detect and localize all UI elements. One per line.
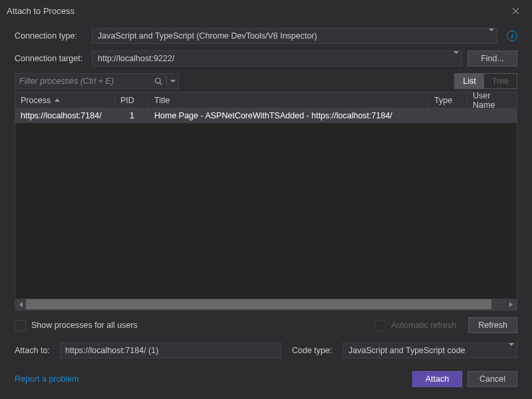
- connection-type-value: JavaScript and TypeScript (Chrome DevToo…: [98, 31, 317, 41]
- divider: [166, 76, 167, 86]
- view-toggle: List Tree: [454, 73, 517, 89]
- code-type-label: Code type:: [292, 346, 337, 355]
- connection-target-value: http://localhost:9222/: [98, 54, 174, 63]
- filter-placeholder: Filter processes (Ctrl + E): [19, 76, 114, 86]
- chevron-down-icon: [509, 346, 514, 355]
- column-header-pid[interactable]: PID: [115, 92, 149, 108]
- refresh-button[interactable]: Refresh: [468, 317, 517, 333]
- grid-body[interactable]: https://localhost:7184/ 1 Home Page - AS…: [15, 108, 517, 299]
- svg-point-0: [156, 78, 161, 83]
- grid-header: Process PID Title Type User Name: [15, 92, 517, 108]
- connection-target-row: Connection target: http://localhost:9222…: [15, 51, 517, 66]
- filter-input[interactable]: Filter processes (Ctrl + E): [15, 73, 179, 89]
- chevron-down-icon[interactable]: [170, 80, 176, 82]
- attach-to-value: https://localhost:7184/ (1): [65, 346, 158, 355]
- cell-process: https://localhost:7184/: [15, 111, 115, 120]
- code-type-value: JavaScript and TypeScript code: [348, 346, 466, 355]
- horizontal-scrollbar[interactable]: [15, 299, 517, 310]
- tree-view-button[interactable]: Tree: [484, 74, 517, 88]
- search-icon: [154, 77, 163, 86]
- process-grid: Process PID Title Type User Name https:/…: [15, 92, 517, 311]
- code-type-combo[interactable]: JavaScript and TypeScript code: [342, 342, 517, 358]
- list-view-button[interactable]: List: [455, 74, 483, 88]
- find-button[interactable]: Find...: [467, 51, 517, 66]
- options-row: Show processes for all users Automatic r…: [15, 317, 517, 333]
- column-header-process[interactable]: Process: [15, 92, 115, 108]
- table-row[interactable]: https://localhost:7184/ 1 Home Page - AS…: [15, 108, 517, 123]
- connection-type-row: Connection type: JavaScript and TypeScri…: [15, 28, 517, 44]
- scroll-track[interactable]: [26, 299, 506, 309]
- scroll-thumb[interactable]: [26, 299, 491, 309]
- attach-details-row: Attach to: https://localhost:7184/ (1) C…: [15, 342, 517, 358]
- cell-title: Home Page - ASPNetCoreWithTSAdded - http…: [149, 111, 429, 120]
- titlebar: Attach to Process: [0, 0, 532, 21]
- auto-refresh-checkbox: [374, 320, 386, 331]
- connection-target-combo[interactable]: http://localhost:9222/: [92, 51, 462, 66]
- attach-button[interactable]: Attach: [412, 371, 462, 387]
- column-header-process-label: Process: [21, 96, 51, 105]
- scroll-right-icon[interactable]: [506, 299, 516, 309]
- auto-refresh-label: Automatic refresh: [391, 321, 456, 330]
- attach-to-input[interactable]: https://localhost:7184/ (1): [60, 342, 281, 358]
- sort-ascending-icon: [55, 98, 60, 102]
- close-button[interactable]: [505, 1, 525, 21]
- connection-type-combo[interactable]: JavaScript and TypeScript (Chrome DevToo…: [92, 28, 497, 44]
- dialog-footer: Report a problem Attach Cancel: [0, 363, 532, 399]
- window-title: Attach to Process: [7, 6, 505, 16]
- show-all-users-checkbox[interactable]: [15, 320, 26, 331]
- scroll-left-icon[interactable]: [16, 299, 26, 309]
- info-icon[interactable]: i: [507, 31, 517, 41]
- close-icon: [512, 7, 519, 15]
- cancel-button[interactable]: Cancel: [467, 371, 517, 387]
- filter-toolbar: Filter processes (Ctrl + E) List Tree: [15, 73, 517, 89]
- chevron-down-icon: [454, 54, 459, 63]
- column-header-user[interactable]: User Name: [467, 92, 517, 108]
- attach-to-label: Attach to:: [15, 346, 55, 355]
- chevron-down-icon: [489, 31, 494, 41]
- cell-pid: 1: [115, 111, 149, 120]
- show-all-users-label: Show processes for all users: [31, 321, 138, 330]
- connection-target-label: Connection target:: [15, 54, 86, 63]
- column-header-title[interactable]: Title: [149, 92, 429, 108]
- connection-type-label: Connection type:: [15, 31, 86, 41]
- column-header-type[interactable]: Type: [429, 92, 467, 108]
- report-problem-link[interactable]: Report a problem: [15, 374, 79, 384]
